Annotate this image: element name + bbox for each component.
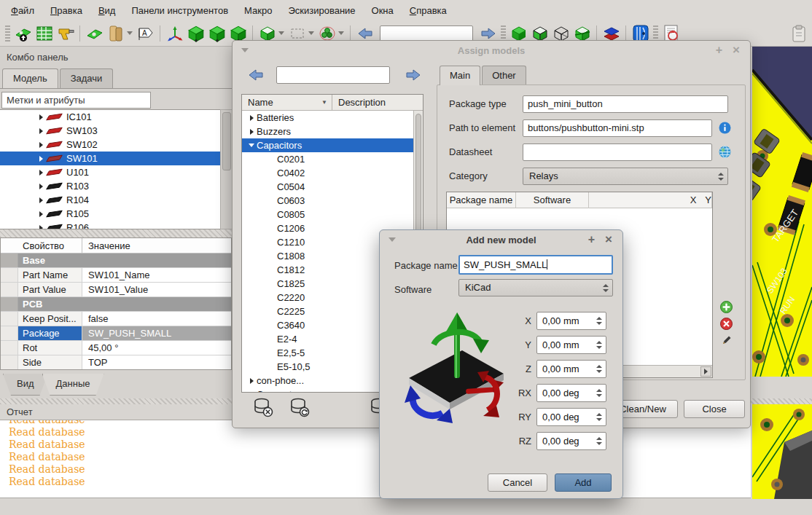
property-row[interactable]: Package SW_PUSH_SMALL	[1, 326, 231, 341]
combo-panel-tab[interactable]: Задачи	[60, 68, 114, 88]
property-row[interactable]: Side TOP	[1, 355, 231, 370]
spinner-arrows-icon[interactable]	[596, 409, 603, 425]
component-tree-item[interactable]: SW102	[0, 138, 220, 152]
property-value[interactable]: SW_PUSH_SMALL	[82, 326, 231, 340]
delete-model-icon[interactable]	[720, 318, 733, 330]
axis-value-input[interactable]: 0,00 deg	[536, 432, 606, 450]
spinner-arrows-icon[interactable]	[596, 312, 603, 329]
maximize-icon[interactable]: +	[716, 44, 722, 57]
cube-icon[interactable]	[207, 23, 227, 43]
menu-item[interactable]: Файл	[3, 1, 42, 20]
property-value[interactable]: SW101_Name	[82, 268, 231, 282]
pcb-3d-view-lower[interactable]	[752, 404, 812, 499]
toolbar-grip[interactable]	[653, 25, 658, 42]
menu-item[interactable]: Вид	[90, 1, 124, 20]
property-row[interactable]: PCB	[1, 297, 231, 312]
component-tree-item[interactable]: R104	[0, 193, 220, 207]
panel-folder-icon[interactable]	[106, 23, 125, 43]
database-refresh-icon[interactable]	[289, 396, 311, 418]
globe-icon[interactable]	[719, 146, 731, 158]
expand-arrow-icon[interactable]	[39, 211, 43, 217]
next-button[interactable]	[404, 66, 423, 84]
description-column-header[interactable]: Description	[332, 97, 423, 108]
menu-item[interactable]: Макро	[236, 1, 280, 20]
models-table-column[interactable]: X	[589, 192, 705, 208]
spinner-arrows-icon[interactable]	[717, 168, 725, 184]
spinner-arrows-icon[interactable]	[596, 337, 603, 353]
property-row[interactable]: Base	[1, 253, 231, 268]
category-list-item[interactable]: C0805	[242, 208, 413, 221]
category-list-item[interactable]: Buzzers	[242, 125, 413, 138]
menu-item[interactable]: Панели инструментов	[123, 1, 236, 20]
labels-filter-input[interactable]	[1, 92, 151, 109]
package-type-input[interactable]: push_mini_button	[523, 95, 728, 113]
dropdown-caret-icon[interactable]	[127, 31, 133, 35]
expand-arrow-icon[interactable]	[39, 128, 43, 134]
property-value[interactable]: false	[82, 312, 231, 326]
bottom-tab[interactable]: Данные	[42, 374, 104, 396]
property-value[interactable]: TOP	[82, 355, 231, 369]
list-scrollbar-thumb[interactable]	[415, 114, 421, 241]
category-list-item[interactable]: C0504	[242, 180, 413, 194]
model-search-input[interactable]	[276, 66, 390, 84]
property-value[interactable]: 45,00 °	[82, 341, 231, 355]
spinner-arrows-icon[interactable]	[596, 385, 603, 401]
spinner-arrows-icon[interactable]	[602, 280, 609, 296]
close-icon[interactable]: ×	[605, 232, 612, 247]
dropdown-caret-icon[interactable]	[338, 31, 344, 35]
menu-item[interactable]: Эскизирование	[280, 1, 363, 20]
expand-arrow-icon[interactable]	[246, 115, 257, 121]
label-flag-icon[interactable]: A	[136, 23, 155, 43]
component-tree-item[interactable]: R106	[0, 221, 220, 229]
toolbar-grip[interactable]	[501, 25, 506, 42]
combo-panel-tab[interactable]: Модель	[2, 68, 58, 88]
expand-arrow-icon[interactable]	[246, 378, 257, 384]
expand-arrow-icon[interactable]	[246, 392, 257, 393]
category-list-item[interactable]: C0603	[242, 194, 413, 208]
models-table-column[interactable]: Package name	[447, 192, 516, 208]
edit-model-icon[interactable]	[720, 334, 733, 347]
category-list-item[interactable]: C0402	[242, 166, 413, 180]
software-select[interactable]: KiCad	[458, 279, 613, 296]
add-button[interactable]: Add	[555, 473, 612, 492]
expand-arrow-icon[interactable]	[39, 114, 43, 120]
component-tree-item[interactable]: R105	[0, 207, 220, 221]
assign-tab[interactable]: Other	[482, 66, 526, 85]
component-tree-item[interactable]: IC101	[0, 110, 220, 124]
info-icon[interactable]	[719, 122, 731, 134]
cancel-button[interactable]: Cancel	[488, 473, 547, 492]
axis-value-input[interactable]: 0,00 mm	[536, 360, 606, 378]
property-row[interactable]: Part Name SW101_Name	[1, 268, 231, 283]
expand-arrow-icon[interactable]	[39, 184, 43, 189]
models-table-column[interactable]: Software	[516, 192, 589, 208]
models-table-column[interactable]: Y	[705, 192, 712, 208]
spinner-arrows-icon[interactable]	[596, 433, 603, 449]
spinner-arrows-icon[interactable]	[596, 361, 603, 377]
prev-button[interactable]	[246, 66, 265, 84]
toolbar-search-input[interactable]	[380, 25, 473, 42]
component-tree-item[interactable]: SW101	[0, 152, 220, 165]
axis-value-input[interactable]: 0,00 mm	[536, 336, 606, 354]
import-board-icon[interactable]	[13, 23, 33, 43]
package-name-input[interactable]: SW_PUSH_SMALL	[458, 255, 613, 275]
menu-item[interactable]: Окна	[364, 1, 402, 20]
datasheet-input[interactable]	[523, 144, 712, 161]
expand-arrow-icon[interactable]	[246, 129, 257, 135]
scroll-right-button[interactable]	[700, 366, 711, 377]
add-model-icon[interactable]	[720, 301, 733, 313]
menu-item[interactable]: Правка	[42, 1, 90, 20]
toolbar-grip[interactable]	[5, 25, 10, 42]
assign-tab[interactable]: Main	[440, 66, 480, 85]
maximize-icon[interactable]: +	[588, 233, 595, 246]
component-tree-item[interactable]: SW103	[0, 124, 220, 138]
axis-value-input[interactable]: 0,00 deg	[536, 408, 606, 426]
board-icon[interactable]	[85, 23, 104, 43]
close-icon[interactable]: ×	[733, 43, 740, 58]
component-tree-item[interactable]: U101	[0, 165, 220, 179]
category-select[interactable]: Relays	[523, 168, 728, 185]
bom-table-icon[interactable]	[34, 23, 54, 43]
path-input[interactable]: buttons/pushbutton-mini.stp	[523, 119, 712, 137]
property-row[interactable]: Part Value SW101_Value	[1, 283, 231, 297]
menu-item[interactable]: Справка	[402, 1, 455, 20]
property-row[interactable]: Keep Posit... false	[1, 312, 231, 326]
